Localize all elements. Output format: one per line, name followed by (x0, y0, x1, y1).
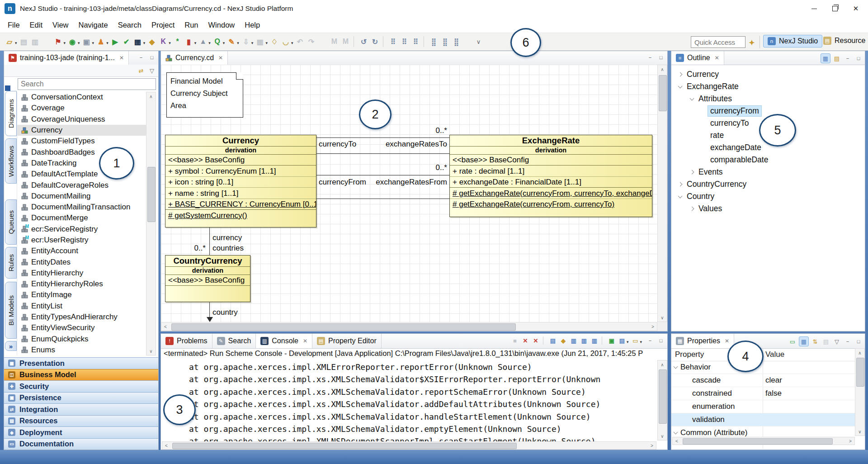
console-toolbar-button[interactable]: ▤ ▾ (618, 336, 629, 345)
menu-item[interactable]: Search (113, 19, 146, 31)
tree-chevron-icon[interactable] (688, 168, 696, 176)
toolbar-button[interactable]: M ▾ (329, 37, 339, 47)
association-line[interactable] (209, 227, 210, 255)
chevron-down-icon[interactable]: ▾ (143, 41, 146, 45)
menu-item[interactable]: Project (146, 19, 179, 31)
toolbar-button[interactable]: ▦ ▾ (133, 37, 146, 47)
toolbar-button[interactable]: Q ▾ (212, 37, 226, 47)
maximize-view-icon[interactable]: □ (147, 53, 156, 61)
toolbar-button[interactable]: ⣿ ▾ (429, 37, 439, 47)
chevron-down-icon[interactable]: ▾ (64, 41, 66, 45)
side-tab-bi-models[interactable]: BI Models (5, 282, 17, 339)
menu-item[interactable]: Window (203, 19, 240, 31)
list-item[interactable]: M EntityImage (17, 289, 146, 300)
class-attribute[interactable]: + BASE_CURRENCY : CurrencyEnum [0..1] (165, 199, 316, 210)
console-tab[interactable]: ▥ Console ✕ (256, 334, 312, 348)
scrollbar-thumb[interactable] (172, 443, 517, 449)
list-item[interactable]: M CoverageUniqueness (17, 114, 146, 125)
console-tab[interactable]: ✎ Search ✕ (212, 334, 256, 348)
console-toolbar-button[interactable]: ▥ ▾ (590, 336, 605, 345)
scroll-up-icon[interactable]: ∧ (658, 360, 667, 369)
list-item[interactable]: M CustomFieldTypes (17, 136, 146, 147)
class-method[interactable]: # getSystemCurrency() (165, 210, 316, 221)
diagram-canvas[interactable]: Financial Model Currency Subject Area cu… (161, 65, 657, 322)
scroll-up-icon[interactable]: ∧ (146, 92, 156, 100)
tree-chevron-icon[interactable] (676, 83, 684, 91)
property-row[interactable]: Behavior (671, 361, 855, 374)
tree-chevron-icon[interactable] (671, 429, 679, 437)
outline-node[interactable]: comparableDate (672, 154, 864, 166)
toolbar-button[interactable]: * ▾ (173, 37, 183, 47)
layer-button[interactable]: ▦ Presentation (4, 357, 158, 369)
scrollbar-thumb[interactable] (659, 369, 667, 424)
explorer-scrollbar[interactable]: ∧ ∨ (146, 92, 156, 355)
column-value[interactable]: Value (765, 350, 784, 359)
chevron-down-icon[interactable]: ▾ (106, 41, 108, 45)
tree-chevron-icon[interactable] (699, 119, 708, 128)
close-icon[interactable]: ✕ (119, 55, 124, 61)
scroll-right-icon[interactable]: > (649, 322, 657, 331)
tree-chevron-icon[interactable] (699, 107, 708, 115)
console-toolbar-button[interactable]: ▣ ▾ (608, 336, 616, 345)
property-value[interactable]: clear (765, 376, 782, 385)
scrollbar-thumb[interactable] (856, 358, 864, 387)
scroll-up-icon[interactable]: ∧ (855, 349, 864, 357)
class-box-exchangerate[interactable]: ExchangeRate derivation <<base>> BaseCon… (449, 135, 652, 217)
scroll-down-icon[interactable]: ∨ (658, 432, 667, 440)
console-tab[interactable]: ! Problems ✕ (161, 334, 212, 348)
close-button[interactable]: ✕ (845, 0, 866, 17)
minimize-view-icon[interactable]: − (646, 53, 655, 61)
list-item[interactable]: M EntityAccount (17, 246, 146, 256)
menu-item[interactable]: Edit (25, 19, 47, 31)
toolbar-button[interactable]: ◉ ▾ (67, 37, 80, 47)
chevron-down-icon[interactable]: ▾ (78, 41, 80, 45)
list-item[interactable]: M EntityDates (17, 256, 146, 267)
close-icon[interactable]: ✕ (725, 338, 729, 344)
toolbar-button[interactable]: ⣿ ▾ (451, 37, 461, 47)
tree-chevron-icon[interactable] (699, 132, 708, 140)
outline-node[interactable]: CountryCurrency (672, 178, 864, 190)
properties-vertical-scrollbar[interactable]: ∧ ∨ (855, 348, 865, 436)
console-toolbar-button[interactable]: ▭ ▾ (631, 336, 642, 345)
toolbar-button[interactable]: ◡ ▾ (281, 37, 294, 47)
console-horizontal-scrollbar[interactable]: < > (162, 441, 656, 450)
list-item[interactable]: M ecr:ServiceRegistry (17, 224, 146, 235)
toolbar-button[interactable]: ✔ ▾ (122, 37, 132, 47)
menu-item[interactable]: Help (240, 19, 265, 31)
explorer-tab[interactable]: ⚑ training-103-jade (training-1... ✕ (4, 51, 129, 65)
tree-chevron-icon[interactable] (699, 144, 708, 152)
toolbar-button[interactable]: ↶ ▾ (295, 37, 305, 47)
toolbar-button[interactable]: ⠿ ▾ (399, 37, 409, 47)
tree-chevron-icon[interactable] (671, 376, 679, 384)
tree-chevron-icon[interactable] (688, 95, 696, 103)
association-line[interactable] (209, 302, 210, 317)
class-attribute[interactable]: + exchangeDate : FinancialDate [1..1] (450, 177, 652, 188)
toolbar-overflow-button[interactable]: ∨ (472, 36, 484, 47)
link-with-editor-icon[interactable]: ⇄ (137, 66, 146, 75)
scroll-left-icon[interactable]: < (161, 322, 170, 331)
console-toolbar-button[interactable]: ✕ ▾ (521, 336, 529, 345)
toolbar-button[interactable]: ⚑ ▾ (53, 37, 66, 47)
chevron-down-icon[interactable]: ▾ (208, 41, 211, 45)
association-line[interactable] (316, 153, 449, 154)
list-item[interactable]: M DocumentMailing (17, 191, 146, 202)
list-item[interactable]: M EntityHierarchyRoles (17, 279, 146, 289)
chevron-down-icon[interactable]: ▾ (15, 41, 17, 45)
console-output[interactable]: at org.apache.xerces.impl.XMLErrorReport… (162, 361, 656, 441)
maximize-view-icon[interactable]: □ (656, 337, 665, 345)
property-row[interactable]: enumeration (671, 400, 855, 413)
chevron-down-icon[interactable]: ▾ (640, 340, 642, 344)
toolbar-button[interactable]: M ▾ (340, 36, 357, 47)
outline-tab[interactable]: ≡ Outline ✕ (671, 51, 724, 65)
menu-item[interactable]: View (47, 19, 73, 31)
console-toolbar-button[interactable]: ■ ▾ (511, 336, 519, 345)
class-attribute[interactable]: + icon : string [0..1] (165, 177, 316, 188)
scroll-right-icon[interactable]: > (846, 437, 854, 445)
outline-node[interactable]: Currency (672, 68, 864, 80)
list-item[interactable]: M DocumentMerge (17, 213, 146, 223)
property-row[interactable]: cascade clear (671, 374, 855, 387)
chevron-down-icon[interactable]: ▾ (265, 41, 268, 45)
toolbar-button[interactable]: ↺ ▾ (359, 37, 368, 47)
splitter-right[interactable] (668, 51, 671, 450)
tree-chevron-icon[interactable] (671, 363, 679, 371)
